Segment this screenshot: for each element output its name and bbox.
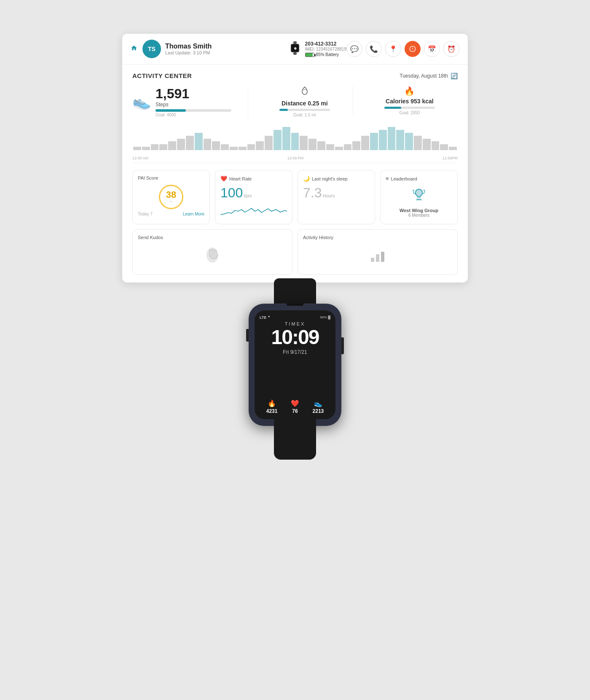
chart-bar <box>379 130 387 150</box>
watch-status-bar: LTE ▲ 99% ▓ <box>260 315 330 320</box>
dashboard-card: TS Thomas Smith Last Update: 3:10 PM ⌚ 2… <box>122 34 468 283</box>
chart-bar <box>221 144 229 150</box>
watch-metric-steps: 👟 2213 <box>313 399 324 414</box>
sleep-value-row: 7.3 Hours <box>303 186 370 199</box>
header-actions: 💬 📞 📍 📅 ⏰ <box>346 41 459 57</box>
chart-bar <box>361 136 369 150</box>
kudos-hand-icon <box>203 246 222 268</box>
calories-stat: 🔥 Calories 953 kcal Goal: 2850 <box>353 86 458 115</box>
calories-icon: 🔥 <box>362 86 458 96</box>
watch-date: Fri 9/17/21 <box>260 349 330 355</box>
calories-progress-fill <box>384 107 401 109</box>
alarm-button[interactable]: ⏰ <box>443 41 459 57</box>
home-icon[interactable] <box>131 45 137 53</box>
chart-bar <box>230 147 238 150</box>
watch-section: LTE ▲ 99% ▓ TIMEX 10:09 Fri 9/17/21 🔥 <box>249 304 341 426</box>
last-update: Last Update: 3:10 PM <box>165 50 287 55</box>
svg-rect-9 <box>371 258 374 262</box>
chart-labels: 12:00 AM 12:00 PM 11:59PM <box>132 156 458 160</box>
leaderboard-title: ≡ Leaderboard <box>386 175 452 182</box>
chart-divider <box>132 163 458 163</box>
pai-score-widget[interactable]: PAI Score 38 ~ Today 7 Learn More <box>132 170 210 224</box>
calendar-button[interactable]: 📅 <box>424 41 440 57</box>
chart-bar <box>151 144 159 150</box>
watch-device-icon: ⌚ <box>290 41 300 57</box>
watch-button-left[interactable] <box>246 329 249 342</box>
chart-bar <box>326 144 334 150</box>
sleep-title: 🌙 Last night's sleep <box>303 175 370 182</box>
leaderboard-widget[interactable]: ≡ Leaderboard West Wing <box>380 170 458 224</box>
watch-heart-value: 76 <box>292 408 298 414</box>
activity-section: ACTIVITY CENTER Tuesday, August 18th 🔄 👟… <box>122 65 468 283</box>
leaderboard-content: West Wing Group 6 Members <box>386 186 452 218</box>
user-info: Thomas Smith Last Update: 3:10 PM <box>165 43 287 55</box>
heart-icon: ❤️ <box>220 175 227 182</box>
sleep-unit: Hours <box>322 193 335 198</box>
chart-bar <box>432 141 440 150</box>
activity-history-widget[interactable]: Activity History <box>298 229 458 275</box>
calories-value: Calories 953 kcal <box>362 98 458 105</box>
chart-bar <box>291 133 299 150</box>
watch-screen: LTE ▲ 99% ▓ TIMEX 10:09 Fri 9/17/21 🔥 <box>255 310 335 419</box>
steps-icon: 👟 <box>132 93 151 110</box>
chart-bar <box>177 139 185 151</box>
call-button[interactable]: 📞 <box>366 41 382 57</box>
heart-rate-unit: bpm <box>244 194 252 198</box>
chart-bar <box>335 147 343 150</box>
pai-footer: Today 7 Learn More <box>138 212 204 216</box>
sleep-widget[interactable]: 🌙 Last night's sleep 7.3 Hours <box>298 170 375 224</box>
chart-bar <box>449 147 457 150</box>
refresh-icon[interactable]: 🔄 <box>451 73 458 79</box>
chart-bar <box>308 139 316 151</box>
distance-goal: Goal: 1.5 mi <box>257 113 353 117</box>
watch-hours: 10 <box>271 326 292 348</box>
chart-bar <box>352 141 360 150</box>
chart-bar <box>265 136 273 150</box>
watch-minutes: 09 <box>298 326 319 348</box>
device-phone: 203-412-3312 <box>305 41 346 47</box>
watch-steps-icon: 👟 <box>314 399 322 407</box>
watch-metrics: 🔥 4231 ❤️ 76 👟 2213 <box>260 399 330 414</box>
heart-rate-widget[interactable]: ❤️ Heart Rate 100 bpm <box>215 170 292 224</box>
calories-progress-bar <box>384 107 435 109</box>
activity-header: ACTIVITY CENTER Tuesday, August 18th 🔄 <box>132 72 458 79</box>
chart-bar <box>370 133 378 150</box>
chart-bar <box>186 136 194 150</box>
watch-steps-value: 2213 <box>313 408 324 414</box>
chart-bar <box>405 133 413 150</box>
history-bars-icon <box>368 246 387 268</box>
sos-button[interactable] <box>405 41 421 57</box>
watch-button-right[interactable] <box>341 337 344 354</box>
pai-score-title: PAI Score <box>138 175 204 180</box>
watch-body: LTE ▲ 99% ▓ TIMEX 10:09 Fri 9/17/21 🔥 <box>249 304 341 426</box>
steps-progress-fill <box>156 109 186 112</box>
leaderboard-group: West Wing Group <box>400 208 438 213</box>
watch-calories-value: 4231 <box>266 408 278 414</box>
watch-lte: LTE ▲ <box>260 315 271 320</box>
watch-band-bottom <box>274 417 316 460</box>
watch-battery: 99% ▓ <box>320 315 330 319</box>
svg-rect-10 <box>376 254 379 262</box>
chart-bar <box>274 130 282 150</box>
chart-label-mid: 12:00 PM <box>287 156 304 160</box>
chart-bar <box>239 147 247 150</box>
steps-progress-bar <box>156 109 231 112</box>
heart-rate-value-row: 100 bpm <box>220 186 287 199</box>
widget-grid-row2: Send Kudos <box>132 229 458 275</box>
pai-today: Today 7 <box>138 212 153 216</box>
pai-tilde: ~ <box>170 199 172 204</box>
chart-bar <box>414 136 422 150</box>
pai-learn-more[interactable]: Learn More <box>183 212 204 216</box>
send-kudos-widget[interactable]: Send Kudos <box>132 229 292 275</box>
calories-goal: Goal: 2850 <box>362 110 458 115</box>
svg-rect-11 <box>381 252 384 262</box>
activity-history-title: Activity History <box>303 235 452 240</box>
chart-bar <box>440 144 448 150</box>
kudos-title: Send Kudos <box>138 235 287 240</box>
location-button[interactable]: 📍 <box>385 41 401 57</box>
svg-rect-0 <box>293 41 297 44</box>
pai-value: 38 <box>166 190 176 199</box>
chart-bar <box>388 127 396 150</box>
svg-text:⌚: ⌚ <box>293 47 297 50</box>
message-button[interactable]: 💬 <box>346 41 362 57</box>
